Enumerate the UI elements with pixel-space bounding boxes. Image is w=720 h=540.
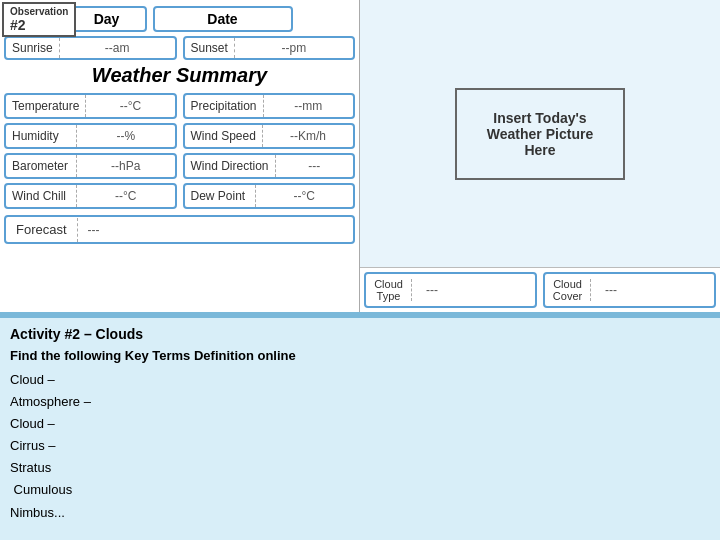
sunset-label: Sunset (185, 38, 234, 58)
right-panel: Insert Today'sWeather PictureHere Cloud … (360, 0, 720, 312)
temperature-label: Temperature (6, 95, 85, 117)
day-field[interactable]: Day (67, 6, 147, 32)
meas-row-1: Humidity --% Wind Speed --Km/h (4, 123, 355, 149)
dew-point-label: Dew Point (185, 185, 255, 207)
humidity-value[interactable]: --% (76, 125, 175, 147)
weather-summary-title: Weather Summary (4, 64, 355, 87)
dew-point-value[interactable]: --°C (255, 185, 354, 207)
meas-row-0: Temperature --°C Precipitation --mm (4, 93, 355, 119)
wind-chill-field: Wind Chill --°C (4, 183, 177, 209)
activity-subtitle: Find the following Key Terms Definition … (10, 348, 710, 363)
photo-area: Insert Today'sWeather PictureHere (360, 0, 720, 267)
list-item: Cirrus – (10, 435, 710, 457)
observation-number: #2 (10, 17, 68, 33)
cloud-cover-label: Cloud Cover (545, 274, 590, 306)
cloud-type-value[interactable]: --- (411, 279, 452, 301)
measurements-grid: Temperature --°C Precipitation --mm Humi… (4, 93, 355, 209)
wind-direction-value[interactable]: --- (275, 155, 353, 177)
activity-items: Cloud – Atmosphere – Cloud – Cirrus – St… (10, 369, 710, 524)
sunset-value[interactable]: --pm (234, 38, 353, 58)
wind-speed-value[interactable]: --Km/h (262, 125, 353, 147)
barometer-value[interactable]: --hPa (76, 155, 175, 177)
bottom-section: Activity #2 – Clouds Find the following … (0, 315, 720, 540)
wind-speed-field: Wind Speed --Km/h (183, 123, 356, 149)
sunrise-label: Sunrise (6, 38, 59, 58)
sunrise-sunset-row: Sunrise --am Sunset --pm (4, 36, 355, 60)
left-panel: Observation #2 Day Date Sunrise --am Sun… (0, 0, 360, 312)
forecast-label: Forecast (6, 217, 77, 242)
cloud-cover-value[interactable]: --- (590, 279, 631, 301)
list-item: Cumulous (10, 479, 710, 501)
humidity-field: Humidity --% (4, 123, 177, 149)
temperature-value[interactable]: --°C (85, 95, 174, 117)
cloud-cover-field: Cloud Cover --- (543, 272, 716, 308)
precipitation-value[interactable]: --mm (263, 95, 353, 117)
wind-chill-value[interactable]: --°C (76, 185, 175, 207)
temperature-field: Temperature --°C (4, 93, 177, 119)
dew-point-field: Dew Point --°C (183, 183, 356, 209)
wind-direction-label: Wind Direction (185, 155, 275, 177)
barometer-label: Barometer (6, 155, 76, 177)
insert-photo-placeholder: Insert Today'sWeather PictureHere (455, 88, 625, 180)
sunset-field: Sunset --pm (183, 36, 356, 60)
cloud-type-label: Cloud Type (366, 274, 411, 306)
meas-row-2: Barometer --hPa Wind Direction --- (4, 153, 355, 179)
meas-row-3: Wind Chill --°C Dew Point --°C (4, 183, 355, 209)
list-item: Nimbus... (10, 502, 710, 524)
cloud-row: Cloud Type --- Cloud Cover --- (360, 267, 720, 312)
list-item: Atmosphere – (10, 391, 710, 413)
sunrise-value[interactable]: --am (59, 38, 175, 58)
forecast-value[interactable]: --- (77, 218, 353, 242)
list-item: Cloud – (10, 413, 710, 435)
sunrise-field: Sunrise --am (4, 36, 177, 60)
wind-speed-label: Wind Speed (185, 125, 262, 147)
date-field[interactable]: Date (153, 6, 293, 32)
precipitation-label: Precipitation (185, 95, 263, 117)
list-item: Stratus (10, 457, 710, 479)
observation-badge: Observation #2 (2, 2, 76, 37)
observation-label: Observation (10, 6, 68, 17)
forecast-row: Forecast --- (4, 215, 355, 244)
precipitation-field: Precipitation --mm (183, 93, 356, 119)
list-item: Cloud – (10, 369, 710, 391)
wind-chill-label: Wind Chill (6, 185, 76, 207)
wind-direction-field: Wind Direction --- (183, 153, 356, 179)
cloud-type-field: Cloud Type --- (364, 272, 537, 308)
humidity-label: Humidity (6, 125, 76, 147)
barometer-field: Barometer --hPa (4, 153, 177, 179)
activity-title: Activity #2 – Clouds (10, 326, 710, 342)
